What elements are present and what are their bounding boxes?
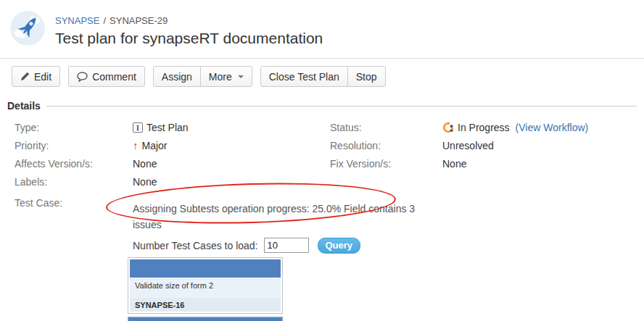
field-fix-versions: Fix Version/s: None <box>330 154 637 172</box>
transition-button-group: Close Test Plan Stop <box>260 66 386 87</box>
workflow-button-group: Assign More <box>153 66 252 87</box>
speech-bubble-icon <box>77 72 88 82</box>
field-test-case: Test Case: Assigning Subtests operation … <box>7 194 637 321</box>
field-affects-versions: Affects Version/s: None <box>15 154 330 172</box>
field-affects-versions-value: None <box>133 158 157 170</box>
query-button[interactable]: Query <box>318 238 361 254</box>
comment-button[interactable]: Comment <box>68 66 145 87</box>
field-labels: Labels: None <box>15 172 330 191</box>
next-test-case-card-header <box>129 318 281 321</box>
test-plan-icon: I <box>133 122 143 133</box>
test-case-loader: Number Test Cases to load: Query <box>133 237 417 254</box>
field-type-label: Type: <box>15 122 133 133</box>
field-status-label: Status: <box>330 122 442 133</box>
load-count-label: Number Test Cases to load: <box>133 240 258 251</box>
view-workflow-link[interactable]: (View Workflow) <box>516 122 589 133</box>
test-case-panel: Assigning Subtests operation progress: 2… <box>133 194 417 321</box>
field-labels-label: Labels: <box>15 176 133 188</box>
field-type-value: Test Plan <box>146 122 189 133</box>
field-status: Status: In Progress (View Workflow) <box>330 118 637 136</box>
chevron-down-icon <box>238 75 244 78</box>
edit-button[interactable]: Edit <box>12 66 60 87</box>
project-avatar-rocket-icon <box>10 11 45 46</box>
field-priority-value: Major <box>142 140 168 151</box>
field-resolution: Resolution: Unresolved <box>330 136 637 154</box>
field-priority-label: Priority: <box>15 140 133 151</box>
close-test-plan-button[interactable]: Close Test Plan <box>260 66 348 87</box>
page-title: Test plan for synapseRT documentation <box>55 30 323 47</box>
details-right-column: Status: In Progress (View Workflow) Reso… <box>330 118 637 191</box>
stop-button-label: Stop <box>356 71 377 83</box>
breadcrumb-issue-key: SYNAPSE-29 <box>110 15 168 26</box>
priority-major-arrow-up-icon: ↑ <box>133 141 139 151</box>
pencil-icon <box>20 72 30 81</box>
test-case-summary-cell[interactable]: Validate size of form 2 <box>130 278 281 298</box>
stop-button[interactable]: Stop <box>347 66 386 87</box>
field-fix-versions-label: Fix Version/s: <box>330 158 442 170</box>
comment-button-label: Comment <box>92 71 136 83</box>
test-case-table-header <box>130 259 281 278</box>
more-button-label: More <box>209 71 232 83</box>
details-heading: Details <box>7 100 637 112</box>
field-resolution-label: Resolution: <box>330 140 442 151</box>
breadcrumb-separator: / <box>103 15 106 26</box>
subtests-progress-text: Assigning Subtests operation progress: 2… <box>133 201 417 233</box>
details-module: Details Type: I Test Plan Priority: ↑ Ma… <box>7 100 637 321</box>
next-test-case-card <box>128 317 283 321</box>
breadcrumb: SYNAPSE/SYNAPSE-29 <box>55 15 323 26</box>
breadcrumb-project-link[interactable]: SYNAPSE <box>55 15 99 26</box>
more-button[interactable]: More <box>200 66 252 87</box>
in-progress-icon <box>442 122 454 133</box>
load-count-input[interactable] <box>264 238 309 253</box>
field-resolution-value: Unresolved <box>442 140 494 151</box>
issue-toolbar: Edit Comment Assign More Close Test Plan… <box>12 66 386 87</box>
details-heading-label: Details <box>7 100 41 112</box>
edit-button-label: Edit <box>34 71 51 83</box>
assign-button[interactable]: Assign <box>153 66 201 87</box>
field-test-case-label: Test Case: <box>15 194 133 212</box>
details-left-column: Type: I Test Plan Priority: ↑ Major Affe… <box>15 118 330 191</box>
issue-header: SYNAPSE/SYNAPSE-29 Test plan for synapse… <box>0 0 644 59</box>
close-test-plan-label: Close Test Plan <box>269 71 339 83</box>
test-case-table: Validate size of form 2 SYNAPSE-16 <box>128 257 283 314</box>
field-fix-versions-value: None <box>442 158 466 170</box>
test-case-key-cell[interactable]: SYNAPSE-16 <box>130 298 281 312</box>
field-labels-value: None <box>133 176 157 188</box>
field-type: Type: I Test Plan <box>15 118 330 136</box>
details-heading-rule <box>46 106 637 107</box>
assign-button-label: Assign <box>162 71 192 83</box>
field-status-value: In Progress <box>458 122 510 133</box>
field-priority: Priority: ↑ Major <box>15 136 330 154</box>
field-affects-versions-label: Affects Version/s: <box>15 158 133 170</box>
